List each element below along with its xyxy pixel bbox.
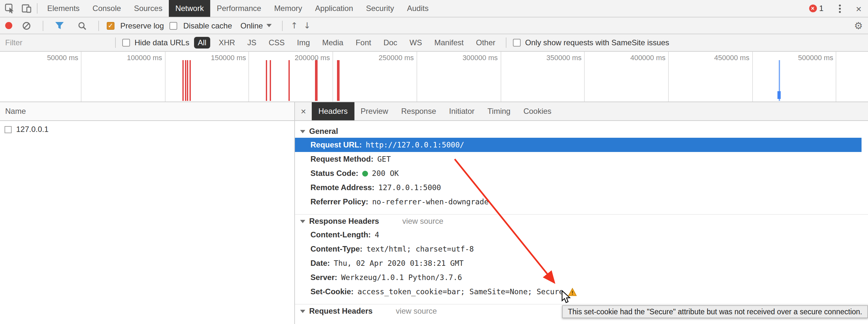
timeline-tick-label: 400000 ms <box>610 54 665 61</box>
tab-headers[interactable]: Headers <box>312 102 354 120</box>
timeline-marker-red <box>183 60 184 101</box>
divider <box>282 20 283 31</box>
preserve-log-label[interactable]: Preserve log <box>120 21 164 30</box>
tab-elements[interactable]: Elements <box>41 0 86 17</box>
timeline-marker-blue <box>779 60 780 101</box>
filter-pill-xhr[interactable]: XHR <box>215 37 239 48</box>
header-row-content-type[interactable]: Content-Type: text/html; charset=utf-8 <box>295 242 868 256</box>
tab-performance[interactable]: Performance <box>210 0 268 17</box>
section-response-headers-header[interactable]: Response Headers view source <box>295 215 868 228</box>
filter-pill-media[interactable]: Media <box>318 37 347 48</box>
import-har-icon[interactable]: ↑ <box>291 21 298 30</box>
timeline-overview[interactable]: 50000 ms100000 ms150000 ms200000 ms25000… <box>0 52 868 102</box>
header-row-set-cookie[interactable]: Set-Cookie: access_token_cookie=bar; Sam… <box>295 285 868 299</box>
header-name: Referrer Policy: <box>310 197 368 206</box>
timeline-marker-red <box>288 60 290 101</box>
header-name: Remote Address: <box>310 183 374 192</box>
section-general-header[interactable]: General <box>295 125 868 138</box>
view-source-link[interactable]: view source <box>396 306 437 316</box>
timeline-gridline <box>584 52 585 101</box>
header-value: GET <box>377 155 391 164</box>
header-name: Request Method: <box>310 155 374 164</box>
samesite-issues-label[interactable]: Only show requests with SameSite issues <box>525 38 670 47</box>
filter-pill-font[interactable]: Font <box>352 37 375 48</box>
filter-pill-img[interactable]: Img <box>293 37 314 48</box>
timeline-gridline <box>165 52 165 101</box>
header-value: http://127.0.0.1:5000/ <box>366 140 464 150</box>
timeline-tick-label: 150000 ms <box>190 54 246 61</box>
filter-pill-doc[interactable]: Doc <box>380 37 401 48</box>
tab-application[interactable]: Application <box>309 0 359 17</box>
cookie-warning-icon[interactable] <box>568 288 577 296</box>
headers-pane: General Request URL: http://127.0.0.1:50… <box>295 121 868 324</box>
device-toolbar-icon[interactable] <box>18 0 35 17</box>
name-column-header[interactable]: Name <box>0 102 294 121</box>
filter-input[interactable] <box>5 38 108 47</box>
timeline-gridline <box>752 52 752 101</box>
inspect-element-icon[interactable] <box>1 0 18 17</box>
tab-timing[interactable]: Timing <box>481 102 517 120</box>
timeline-tick-label: 450000 ms <box>694 54 749 61</box>
requests-panel: Name 127.0.0.1 <box>0 102 295 324</box>
header-row-referrer-policy[interactable]: Referrer Policy: no-referrer-when-downgr… <box>295 195 868 209</box>
header-row-remote-address[interactable]: Remote Address: 127.0.0.1:5000 <box>295 181 868 195</box>
filter-bar: Hide data URLs All XHR JS CSS Img Media … <box>0 34 868 52</box>
tab-initiator[interactable]: Initiator <box>443 102 481 120</box>
header-name: Content-Length: <box>310 230 371 239</box>
filter-icon[interactable] <box>51 17 68 34</box>
samesite-issues-checkbox[interactable] <box>513 39 521 46</box>
details-tab-bar: × Headers Preview Response Initiator Tim… <box>295 102 868 121</box>
request-row[interactable]: 127.0.0.1 <box>0 121 294 138</box>
disable-cache-label[interactable]: Disable cache <box>183 21 232 30</box>
error-badge[interactable]: × 1 <box>809 4 824 13</box>
header-row-request-url[interactable]: Request URL: http://127.0.0.1:5000/ <box>295 138 862 152</box>
settings-gear-icon[interactable]: ⚙ <box>854 20 863 31</box>
tab-memory[interactable]: Memory <box>268 0 309 17</box>
header-row-content-length[interactable]: Content-Length: 4 <box>295 228 868 242</box>
header-row-date[interactable]: Date: Thu, 02 Apr 2020 01:38:21 GMT <box>295 256 868 270</box>
tab-network[interactable]: Network <box>169 0 210 17</box>
devtools-menu-icon[interactable] <box>831 0 848 17</box>
hide-data-urls-checkbox[interactable] <box>122 39 130 46</box>
tab-audits[interactable]: Audits <box>400 0 435 17</box>
disclosure-triangle-icon <box>300 220 305 223</box>
header-row-status-code[interactable]: Status Code: 200 OK <box>295 166 868 181</box>
timeline-marker-red <box>315 60 316 101</box>
timeline-tick-label: 350000 ms <box>526 54 582 61</box>
header-row-request-method[interactable]: Request Method: GET <box>295 152 868 166</box>
view-source-link[interactable]: view source <box>402 217 443 226</box>
throttling-dropdown[interactable]: Online <box>238 21 275 30</box>
export-har-icon[interactable]: ↓ <box>304 21 311 30</box>
filter-pill-manifest[interactable]: Manifest <box>430 37 468 48</box>
timeline-gridline <box>333 52 333 101</box>
timeline-marker-red <box>266 60 267 101</box>
throttling-value: Online <box>241 21 263 30</box>
preserve-log-checkbox[interactable] <box>107 22 115 29</box>
hide-data-urls-label[interactable]: Hide data URLs <box>134 38 189 47</box>
request-details-panel: × Headers Preview Response Initiator Tim… <box>295 102 868 324</box>
filter-pill-ws[interactable]: WS <box>406 37 426 48</box>
header-value: text/html; charset=utf-8 <box>366 245 474 254</box>
header-value: 4 <box>375 230 379 239</box>
tab-cookies[interactable]: Cookies <box>517 102 558 120</box>
record-button[interactable] <box>5 22 12 29</box>
search-icon[interactable] <box>74 17 91 34</box>
disable-cache-checkbox[interactable] <box>170 22 178 29</box>
tab-console[interactable]: Console <box>86 0 127 17</box>
filter-pill-js[interactable]: JS <box>244 37 260 48</box>
network-main-area: Name 127.0.0.1 × Headers Preview Respons… <box>0 102 868 324</box>
tab-preview[interactable]: Preview <box>354 102 395 120</box>
header-row-server[interactable]: Server: Werkzeug/1.0.1 Python/3.7.6 <box>295 270 868 285</box>
section-title: Request Headers <box>309 306 373 316</box>
timeline-tick-label: 50000 ms <box>23 54 78 61</box>
close-devtools-icon[interactable]: × <box>856 4 862 13</box>
filter-pill-css[interactable]: CSS <box>265 37 288 48</box>
tab-response[interactable]: Response <box>395 102 442 120</box>
filter-pill-other[interactable]: Other <box>472 37 499 48</box>
filter-pill-all[interactable]: All <box>194 37 210 48</box>
tab-sources[interactable]: Sources <box>127 0 169 17</box>
close-details-icon[interactable]: × <box>295 102 312 120</box>
clear-icon[interactable] <box>18 17 35 34</box>
timeline-gridline <box>81 52 82 101</box>
tab-security[interactable]: Security <box>360 0 401 17</box>
